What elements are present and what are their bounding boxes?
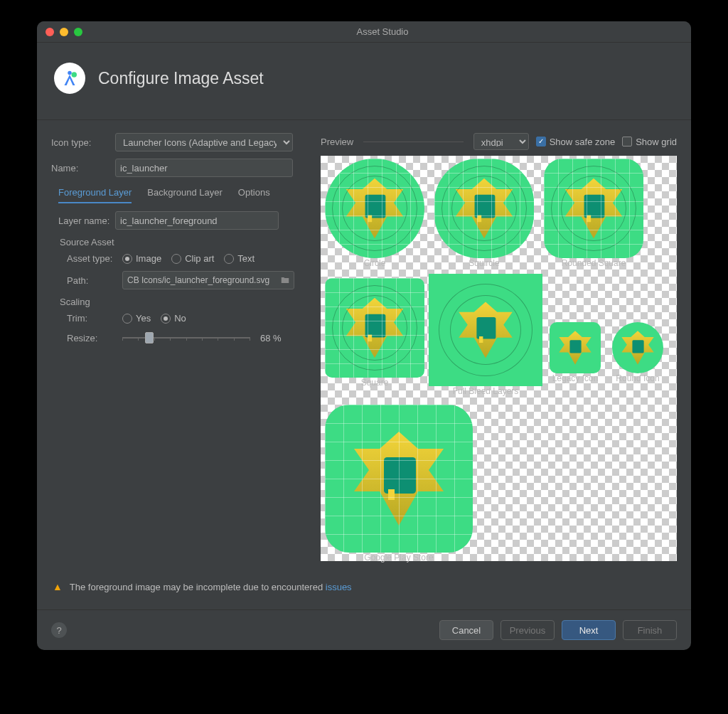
titlebar: Asset Studio [37, 21, 691, 43]
source-asset-heading: Source Asset [60, 237, 311, 247]
android-studio-icon [54, 63, 85, 94]
scaling-heading: Scaling [60, 297, 311, 307]
tab-background[interactable]: Background Layer [147, 187, 223, 203]
resize-value: 68 % [260, 333, 282, 343]
preview-canvas: Circle Squircle Rounded Square Square [321, 156, 677, 561]
resize-slider[interactable] [122, 331, 250, 345]
tab-foreground[interactable]: Foreground Layer [58, 187, 132, 203]
preview-legacy: Legacy Icon [550, 322, 601, 383]
path-label: Path: [67, 275, 122, 286]
preview-square: Square [325, 278, 424, 388]
config-panel: Icon type: Launcher Icons (Adaptive and … [51, 133, 311, 561]
window-title: Asset Studio [82, 26, 682, 37]
safe-zone-checkbox[interactable]: Show safe zone [536, 137, 616, 147]
warning-icon: ▲ [53, 581, 63, 592]
next-button[interactable]: Next [562, 620, 616, 640]
asset-studio-window: Asset Studio Configure Image Asset Icon … [37, 21, 691, 650]
tab-options[interactable]: Options [238, 187, 270, 203]
window-controls [46, 28, 82, 36]
preview-label: Preview [321, 137, 353, 147]
minimize-icon[interactable] [60, 28, 68, 36]
folder-icon[interactable] [279, 275, 291, 285]
asset-type-image[interactable]: Image [122, 253, 161, 264]
preview-rounded: Rounded Square [544, 159, 643, 268]
warning-bar: ▲ The foreground image may be incomplete… [37, 574, 691, 609]
preview-play-store: Google Play Store [325, 405, 473, 563]
finish-button[interactable]: Finish [623, 620, 677, 640]
preview-squircle: Squircle [434, 159, 534, 268]
layer-tabs: Foreground Layer Background Layer Option… [58, 187, 311, 204]
close-icon[interactable] [46, 28, 54, 36]
asset-type-text[interactable]: Text [224, 253, 255, 264]
cancel-button[interactable]: Cancel [439, 620, 493, 640]
maximize-icon[interactable] [74, 28, 82, 36]
asset-type-label: Asset type: [67, 253, 122, 264]
show-grid-checkbox[interactable]: Show grid [622, 137, 677, 147]
asset-type-group: Image Clip art Text [122, 253, 255, 264]
preview-panel: Preview xhdpi Show safe zone Show grid C… [321, 133, 677, 561]
asset-type-clipart[interactable]: Clip art [171, 253, 214, 264]
name-label: Name: [51, 163, 115, 174]
trim-yes[interactable]: Yes [122, 313, 151, 324]
svg-rect-18 [569, 340, 581, 353]
trim-group: Yes No [122, 313, 186, 324]
resize-label: Resize: [67, 333, 122, 343]
name-input[interactable] [115, 159, 293, 177]
svg-point-1 [72, 72, 77, 78]
dialog-footer: ? Cancel Previous Next Finish [37, 609, 691, 650]
path-input[interactable]: CB Icons/ic_launcher_foreground.svg [122, 271, 294, 289]
preview-round: Round Icon [612, 322, 663, 383]
help-button[interactable]: ? [51, 622, 67, 638]
icon-type-select[interactable]: Launcher Icons (Adaptive and Legacy) [115, 133, 293, 151]
svg-rect-20 [632, 340, 643, 353]
layer-name-label: Layer name: [58, 215, 115, 226]
dialog-title: Configure Image Asset [98, 69, 264, 88]
preview-full-bleed: Full Bleed Layers [429, 274, 542, 396]
density-select[interactable]: xhdpi [473, 133, 529, 150]
svg-point-0 [68, 71, 72, 75]
trim-label: Trim: [67, 313, 122, 324]
warning-text: The foreground image may be incomplete d… [70, 582, 352, 592]
previous-button[interactable]: Previous [500, 620, 555, 640]
trim-no[interactable]: No [161, 313, 186, 324]
preview-circle: Circle [325, 159, 424, 268]
dialog-header: Configure Image Asset [37, 43, 691, 120]
icon-type-label: Icon type: [51, 137, 115, 148]
issues-link[interactable]: issues [326, 582, 352, 592]
layer-name-input[interactable] [115, 211, 279, 230]
